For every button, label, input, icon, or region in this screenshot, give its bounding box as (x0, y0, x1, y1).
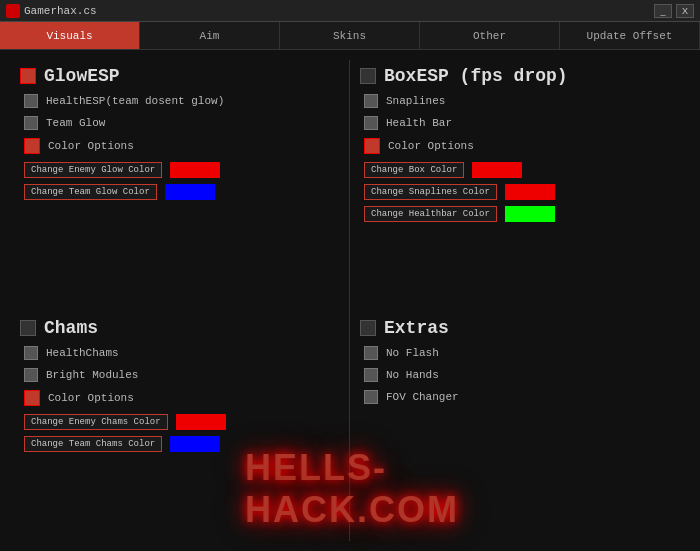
box-color-options-row: Color Options (360, 138, 680, 154)
change-enemy-chams-button[interactable]: Change Enemy Chams Color (24, 414, 168, 430)
chams-checkbox[interactable] (20, 320, 36, 336)
health-bar-row: Health Bar (360, 116, 680, 130)
panel-glow-esp: GlowESP HealthESP(team dosent glow) Team… (10, 60, 350, 312)
health-esp-label: HealthESP(team dosent glow) (46, 95, 224, 107)
bright-modules-checkbox[interactable] (24, 368, 38, 382)
tab-aim[interactable]: Aim (140, 22, 280, 49)
box-color-options-checkbox[interactable] (364, 138, 380, 154)
health-bar-label: Health Bar (386, 117, 452, 129)
team-glow-color-swatch[interactable] (165, 184, 215, 200)
extras-title: Extras (384, 318, 449, 338)
no-hands-row: No Hands (360, 368, 680, 382)
chams-color-options-row: Color Options (20, 390, 339, 406)
no-hands-checkbox[interactable] (364, 368, 378, 382)
box-color-section: Change Box Color (360, 162, 680, 178)
glow-color-options-row: Color Options (20, 138, 339, 154)
enemy-glow-color-section: Change Enemy Glow Color (20, 162, 339, 178)
fov-changer-label: FOV Changer (386, 391, 459, 403)
snaplines-label: Snaplines (386, 95, 445, 107)
team-chams-color-swatch[interactable] (170, 436, 220, 452)
titlebar: Gamerhax.cs _ X (0, 0, 700, 22)
box-esp-checkbox[interactable] (360, 68, 376, 84)
team-glow-color-section: Change Team Glow Color (20, 184, 339, 200)
close-button[interactable]: X (676, 4, 694, 18)
healthbar-color-swatch[interactable] (505, 206, 555, 222)
watermark: HELLS-HACK.COM (245, 447, 595, 531)
titlebar-controls: _ X (654, 4, 694, 18)
change-team-chams-button[interactable]: Change Team Chams Color (24, 436, 162, 452)
no-flash-label: No Flash (386, 347, 439, 359)
glow-esp-header: GlowESP (20, 66, 339, 86)
chams-color-options-label: Color Options (48, 392, 134, 404)
change-healthbar-button[interactable]: Change Healthbar Color (364, 206, 497, 222)
chams-title: Chams (44, 318, 98, 338)
healthbar-color-section: Change Healthbar Color (360, 206, 680, 222)
extras-checkbox[interactable] (360, 320, 376, 336)
fov-changer-row: FOV Changer (360, 390, 680, 404)
enemy-chams-color-section: Change Enemy Chams Color (20, 414, 339, 430)
enemy-chams-color-swatch[interactable] (176, 414, 226, 430)
box-color-options-label: Color Options (388, 140, 474, 152)
change-enemy-glow-button[interactable]: Change Enemy Glow Color (24, 162, 162, 178)
tab-update-offset[interactable]: Update Offset (560, 22, 700, 49)
enemy-glow-color-swatch[interactable] (170, 162, 220, 178)
chams-header: Chams (20, 318, 339, 338)
no-flash-checkbox[interactable] (364, 346, 378, 360)
app-icon (6, 4, 20, 18)
health-esp-checkbox[interactable] (24, 94, 38, 108)
tabbar: Visuals Aim Skins Other Update Offset (0, 22, 700, 50)
fov-changer-checkbox[interactable] (364, 390, 378, 404)
extras-header: Extras (360, 318, 680, 338)
no-flash-row: No Flash (360, 346, 680, 360)
glow-color-options-checkbox[interactable] (24, 138, 40, 154)
health-chams-row: HealthChams (20, 346, 339, 360)
snaplines-checkbox[interactable] (364, 94, 378, 108)
bright-modules-label: Bright Modules (46, 369, 138, 381)
titlebar-title-area: Gamerhax.cs (6, 4, 97, 18)
health-bar-checkbox[interactable] (364, 116, 378, 130)
team-glow-row: Team Glow (20, 116, 339, 130)
change-box-button[interactable]: Change Box Color (364, 162, 464, 178)
team-glow-checkbox[interactable] (24, 116, 38, 130)
bright-modules-row: Bright Modules (20, 368, 339, 382)
no-hands-label: No Hands (386, 369, 439, 381)
glow-color-options-label: Color Options (48, 140, 134, 152)
change-snaplines-button[interactable]: Change Snaplines Color (364, 184, 497, 200)
snaplines-row: Snaplines (360, 94, 680, 108)
health-esp-row: HealthESP(team dosent glow) (20, 94, 339, 108)
titlebar-title: Gamerhax.cs (24, 5, 97, 17)
tab-visuals[interactable]: Visuals (0, 22, 140, 49)
tab-skins[interactable]: Skins (280, 22, 420, 49)
panel-box-esp: BoxESP (fps drop) Snaplines Health Bar C… (350, 60, 690, 312)
box-color-swatch[interactable] (472, 162, 522, 178)
box-esp-header: BoxESP (fps drop) (360, 66, 680, 86)
health-chams-checkbox[interactable] (24, 346, 38, 360)
glow-esp-title: GlowESP (44, 66, 120, 86)
snaplines-color-swatch[interactable] (505, 184, 555, 200)
snaplines-color-section: Change Snaplines Color (360, 184, 680, 200)
team-glow-label: Team Glow (46, 117, 105, 129)
box-esp-title: BoxESP (fps drop) (384, 66, 568, 86)
glow-esp-checkbox[interactable] (20, 68, 36, 84)
tab-other[interactable]: Other (420, 22, 560, 49)
chams-color-options-checkbox[interactable] (24, 390, 40, 406)
minimize-button[interactable]: _ (654, 4, 672, 18)
change-team-glow-button[interactable]: Change Team Glow Color (24, 184, 157, 200)
health-chams-label: HealthChams (46, 347, 119, 359)
